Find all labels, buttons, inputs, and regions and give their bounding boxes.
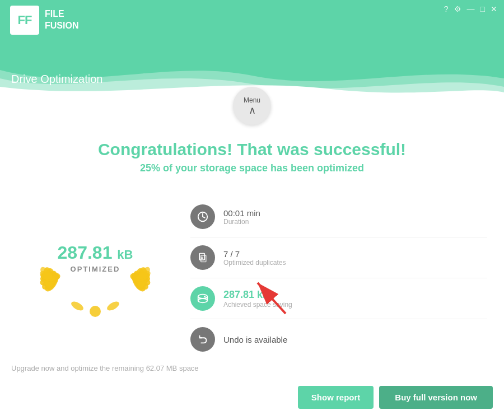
window-controls: ? ⚙ — □ ✕ (444, 4, 497, 13)
logo-name: FILE FUSION (45, 8, 78, 32)
duration-label: Duration (223, 218, 260, 226)
main-content: Congratulations! That was successful! 25… (0, 98, 504, 420)
congrats-subtitle: 25% of your storage space has been optim… (17, 162, 487, 174)
menu-chevron-icon: ∧ (249, 105, 256, 115)
badge-container: 287.81 kB OPTIMIZED (17, 191, 174, 325)
stat-space-saving: 287.81 kB Achieved space saving (190, 278, 487, 319)
logo-box: FF (10, 6, 39, 35)
app-logo: FF FILE FUSION (10, 6, 78, 35)
stat-undo-info: Undo is available (223, 335, 287, 344)
disk-icon (190, 286, 215, 311)
clock-icon (190, 204, 215, 229)
document-icon (190, 245, 215, 270)
badge-text: 287.81 kB OPTIMIZED (58, 243, 133, 273)
badge-label: OPTIMIZED (58, 265, 133, 273)
svg-point-37 (198, 295, 208, 298)
stat-duration: 00:01 min Duration (190, 197, 487, 237)
svg-line-1 (258, 283, 286, 314)
svg-point-25 (106, 300, 121, 312)
congrats-title: Congratulations! That was successful! (17, 140, 487, 159)
upgrade-notice: Upgrade now and optimize the remaining 6… (11, 364, 199, 372)
svg-line-29 (203, 217, 205, 218)
svg-point-24 (90, 306, 101, 317)
stat-duration-info: 00:01 min Duration (223, 208, 260, 226)
svg-point-26 (70, 300, 85, 312)
section-label: Drive Optimization (11, 73, 102, 86)
stat-duplicates: 7 / 7 Optimized duplicates (190, 237, 487, 278)
stat-undo: Undo is available (190, 319, 487, 360)
show-report-button[interactable]: Show report (298, 386, 374, 409)
undo-value: Undo is available (223, 335, 287, 344)
menu-label: Menu (244, 96, 260, 104)
undo-icon (190, 327, 215, 352)
arrow-pointer (241, 274, 291, 321)
maximize-icon[interactable]: □ (480, 4, 485, 13)
duplicates-label: Optimized duplicates (223, 259, 286, 267)
bottom-buttons: Show report Buy full version now (298, 386, 493, 409)
help-icon[interactable]: ? (444, 4, 449, 13)
stat-duplicates-info: 7 / 7 Optimized duplicates (223, 249, 286, 267)
buy-full-version-button[interactable]: Buy full version now (379, 386, 493, 409)
badge-value: 287.81 kB (58, 243, 133, 263)
duplicates-value: 7 / 7 (223, 249, 286, 259)
duration-value: 00:01 min (223, 208, 260, 218)
svg-point-38 (204, 296, 206, 297)
laurel-wreath: 287.81 kB OPTIMIZED (28, 191, 162, 325)
svg-point-34 (198, 298, 208, 302)
stats-panel: 00:01 min Duration 7 / 7 Optimized dupli… (190, 191, 487, 360)
close-icon[interactable]: ✕ (491, 4, 497, 13)
header: FF FILE FUSION ? ⚙ — □ ✕ Drive Optimizat… (0, 0, 504, 98)
settings-icon[interactable]: ⚙ (454, 4, 461, 13)
menu-button[interactable]: Menu ∧ (233, 87, 271, 125)
svg-rect-30 (199, 254, 204, 260)
minimize-icon[interactable]: — (467, 4, 475, 13)
